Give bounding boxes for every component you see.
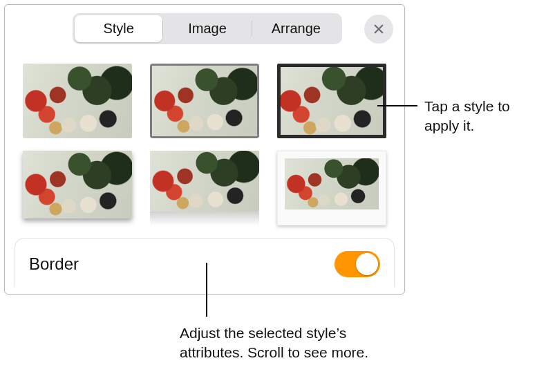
food-photo [152,66,257,136]
style-thumb-image [152,66,257,136]
segmented-control: Style Image Arrange [73,13,342,44]
food-photo [285,158,379,209]
style-thumb-reflect[interactable] [150,151,259,225]
border-label: Border [29,254,79,274]
food-photo [23,151,132,218]
style-thumb-image [285,158,379,209]
callout-leader-line [206,263,207,317]
border-toggle[interactable] [335,251,380,277]
food-photo [277,64,386,138]
close-button[interactable] [364,15,393,44]
tab-style[interactable]: Style [75,15,162,42]
tab-bar: Style Image Arrange [5,5,404,50]
style-thumb-image [277,64,386,138]
style-thumb-image [23,64,132,138]
border-row: Border [15,238,395,287]
style-thumb-image [150,151,259,212]
style-thumb-plain[interactable] [23,64,132,138]
food-photo [150,151,259,212]
food-photo [23,64,132,138]
toggle-knob [356,253,378,275]
style-thumbnail-grid [5,50,404,232]
close-icon [373,23,385,35]
style-thumb-darkframe[interactable] [277,64,386,138]
callout-leader-line [377,105,417,106]
format-inspector-panel: Style Image Arrange Border [4,4,405,295]
tab-image[interactable]: Image [163,15,251,42]
style-thumb-shadow[interactable] [23,151,132,225]
style-thumb-selected[interactable] [150,64,259,138]
callout-adjust-attributes: Adjust the selected style’s attributes. … [180,324,380,363]
tab-arrange[interactable]: Arrange [252,15,340,42]
callout-tap-style: Tap a style to apply it. [424,97,542,136]
style-thumb-image [23,151,132,218]
style-thumb-polaroid[interactable] [277,151,386,225]
